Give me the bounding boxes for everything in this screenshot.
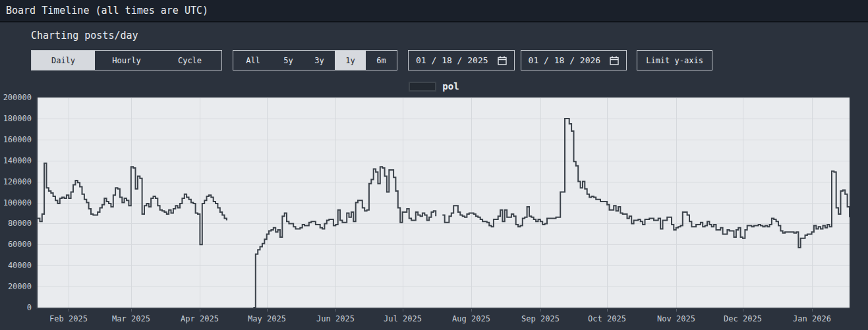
x-axis-tick-label: Feb 2025 — [39, 314, 98, 323]
range-button-group: All 5y 3y 1y 6m — [233, 50, 397, 70]
range-6m-button[interactable]: 6m — [366, 51, 397, 70]
limit-y-axis-button[interactable]: Limit y-axis — [637, 50, 712, 70]
y-axis-tick-label: 40000 — [0, 261, 32, 270]
x-axis-tick-label: Aug 2025 — [442, 314, 501, 323]
chart-subtitle: Charting posts/day — [31, 30, 868, 41]
x-axis-tick-label: Apr 2025 — [170, 314, 229, 323]
top-bar: Board Timeline (all times are UTC) — [0, 0, 868, 22]
series-line-path — [38, 119, 850, 308]
y-axis-tick-label: 100000 — [0, 199, 32, 207]
x-axis-tick-label: May 2025 — [237, 314, 297, 323]
x-axis-tick-label: Oct 2025 — [577, 314, 637, 323]
hourly-button[interactable]: Hourly — [95, 51, 158, 70]
x-axis-tick — [200, 309, 200, 312]
panel: Charting posts/day Daily Hourly Cycle Al… — [0, 22, 868, 70]
y-axis-tick-label: 60000 — [0, 240, 32, 249]
plot-area[interactable] — [36, 97, 850, 309]
start-date-input[interactable]: 01 / 18 / 2025 — [408, 50, 515, 70]
x-axis-tick-label: Nov 2025 — [647, 314, 706, 323]
legend-label: pol — [442, 81, 459, 92]
x-axis-tick-label: Dec 2025 — [713, 314, 772, 323]
y-axis-tick-label: 140000 — [0, 157, 32, 165]
x-axis-tick — [131, 309, 132, 312]
calendar-icon[interactable] — [610, 56, 619, 65]
y-axis-tick-label: 20000 — [0, 283, 32, 291]
range-5y-button[interactable]: 5y — [273, 51, 304, 70]
y-axis-tick-label: 160000 — [0, 136, 32, 144]
x-axis-tick — [676, 309, 677, 312]
granularity-button-group: Daily Hourly Cycle — [31, 50, 222, 70]
controls-row: Daily Hourly Cycle All 5y 3y 1y 6m 01 / … — [31, 50, 868, 70]
x-axis-tick — [540, 309, 541, 312]
y-axis-tick-label: 120000 — [0, 178, 32, 186]
x-axis-tick-label: Jan 2026 — [782, 314, 842, 323]
x-axis-tick — [743, 309, 743, 312]
y-axis-tick-label: 0 — [0, 304, 32, 312]
x-axis-tick — [403, 309, 403, 312]
x-axis-tick — [607, 309, 608, 312]
page-title: Board Timeline (all times are UTC) — [6, 5, 208, 16]
daily-button[interactable]: Daily — [32, 51, 95, 70]
end-date-value: 01 / 18 / 2026 — [529, 55, 601, 65]
x-axis-tick — [812, 309, 813, 312]
y-axis-tick-label: 200000 — [0, 94, 32, 102]
chart-legend[interactable]: pol — [0, 81, 868, 92]
x-axis-tick — [69, 309, 69, 312]
series-line — [38, 97, 850, 308]
range-all-button[interactable]: All — [233, 51, 273, 70]
x-axis-tick-label: Mar 2025 — [101, 314, 161, 323]
x-axis-tick — [335, 309, 336, 312]
x-axis-tick — [471, 309, 472, 312]
x-axis-tick-label: Sep 2025 — [511, 314, 570, 323]
range-1y-button[interactable]: 1y — [335, 51, 366, 70]
x-axis-tick-label: Jun 2025 — [306, 314, 365, 323]
legend-swatch — [409, 82, 436, 92]
timeline-chart: 0200004000060000800001000001200001400001… — [0, 96, 868, 330]
cycle-button[interactable]: Cycle — [158, 51, 221, 70]
x-axis-tick-label: Jul 2025 — [373, 314, 432, 323]
plot-grid-layer — [38, 97, 850, 308]
y-axis-tick-label: 80000 — [0, 219, 32, 228]
calendar-icon[interactable] — [498, 56, 507, 65]
range-3y-button[interactable]: 3y — [304, 51, 335, 70]
y-axis-tick-label: 180000 — [0, 115, 32, 123]
start-date-value: 01 / 18 / 2025 — [416, 55, 488, 65]
x-axis-tick — [267, 309, 268, 312]
end-date-input[interactable]: 01 / 18 / 2026 — [521, 50, 627, 70]
